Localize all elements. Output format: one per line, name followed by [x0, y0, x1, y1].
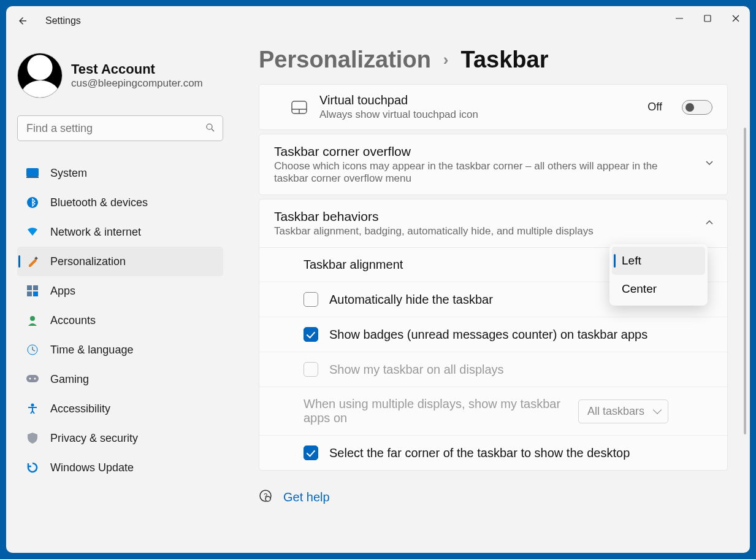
help-row: ? Get help [259, 474, 728, 505]
badges-row[interactable]: Show badges (unread messages counter) on… [259, 317, 727, 352]
time-icon [26, 344, 39, 355]
sidebar-item-update[interactable]: Windows Update [17, 453, 223, 482]
farcorner-label: Select the far corner of the taskbar to … [329, 446, 710, 460]
system-icon [26, 168, 39, 178]
avatar [17, 53, 63, 98]
minimize-icon [676, 15, 683, 22]
network-icon [26, 227, 39, 237]
chevron-down-icon [705, 159, 714, 170]
sidebar-item-gaming[interactable]: Gaming [17, 364, 223, 394]
multidisplay-label: When using multiple displays, show my ta… [304, 397, 567, 425]
bluetooth-icon [26, 197, 39, 208]
svg-rect-6 [26, 168, 39, 177]
alldisplays-label: Show my taskbar on all displays [329, 363, 710, 377]
update-icon [26, 462, 39, 473]
alignment-option-left[interactable]: Left [612, 247, 705, 275]
badges-label: Show badges (unread messages counter) on… [329, 328, 710, 342]
sidebar-item-label: Personalization [50, 255, 126, 268]
nav-list: System Bluetooth & devices Network & int… [17, 158, 223, 482]
settings-window: Settings Test Account cus@bleepingcomput… [6, 6, 750, 553]
autohide-checkbox[interactable] [304, 292, 318, 307]
svg-rect-13 [33, 291, 38, 296]
svg-text:?: ? [264, 492, 267, 499]
sidebar-item-system[interactable]: System [17, 158, 223, 188]
alignment-row: Taskbar alignment Left Center [259, 248, 727, 282]
row-desc: Choose which icons may appear in the tas… [274, 160, 693, 185]
sidebar-item-personalization[interactable]: Personalization [17, 247, 223, 276]
sidebar: Test Account cus@bleepingcomputer.com Sy… [6, 36, 233, 553]
breadcrumb: Personalization › Taskbar [259, 47, 728, 73]
titlebar: Settings [6, 6, 750, 36]
touchpad-toggle[interactable] [682, 100, 712, 115]
breadcrumb-parent[interactable]: Personalization [259, 47, 431, 73]
touchpad-icon [274, 101, 307, 114]
user-name: Test Account [71, 61, 203, 77]
sidebar-item-time[interactable]: Time & language [17, 335, 223, 364]
row-desc: Taskbar alignment, badging, automaticall… [274, 225, 693, 237]
multidisplay-row: When using multiple displays, show my ta… [259, 387, 727, 435]
help-icon: ? [259, 489, 272, 505]
gaming-icon [26, 375, 39, 384]
sidebar-item-apps[interactable]: Apps [17, 276, 223, 306]
sidebar-item-label: Time & language [50, 344, 133, 357]
svg-rect-10 [27, 285, 32, 290]
sidebar-item-label: Gaming [50, 373, 89, 386]
behaviors-header[interactable]: Taskbar behaviors Taskbar alignment, bad… [259, 199, 727, 247]
get-help-link[interactable]: Get help [283, 490, 330, 504]
svg-rect-12 [27, 291, 32, 296]
behaviors-subrows: Taskbar alignment Left Center Automatica… [259, 247, 727, 470]
svg-point-19 [29, 378, 31, 380]
sidebar-item-label: Accessibility [50, 403, 110, 415]
sidebar-item-network[interactable]: Network & internet [17, 217, 223, 247]
alldisplays-checkbox [304, 362, 318, 377]
app-title: Settings [45, 15, 81, 26]
row-desc: Always show virtual touchpad icon [319, 109, 635, 121]
virtual-touchpad-row: Virtual touchpad Always show virtual tou… [259, 84, 728, 130]
user-block[interactable]: Test Account cus@bleepingcomputer.com [17, 53, 223, 98]
sidebar-item-accessibility[interactable]: Accessibility [17, 394, 223, 423]
sidebar-item-bluetooth[interactable]: Bluetooth & devices [17, 188, 223, 217]
search-input[interactable] [17, 115, 223, 141]
search-box [17, 115, 223, 141]
sidebar-item-label: Accounts [50, 314, 96, 327]
svg-point-21 [31, 404, 34, 407]
svg-rect-1 [704, 15, 711, 21]
toggle-state-label: Off [647, 101, 662, 114]
sidebar-item-privacy[interactable]: Privacy & security [17, 423, 223, 453]
back-button[interactable] [17, 15, 42, 26]
personalization-icon [26, 256, 39, 267]
farcorner-checkbox[interactable] [304, 445, 318, 460]
chevron-up-icon [705, 218, 714, 229]
farcorner-row[interactable]: Select the far corner of the taskbar to … [259, 435, 727, 470]
user-email: cus@bleepingcomputer.com [71, 77, 203, 90]
alldisplays-row: Show my taskbar on all displays [259, 352, 727, 387]
alignment-dropdown: Left Center [609, 244, 708, 306]
scrollbar-thumb[interactable] [744, 128, 746, 434]
sidebar-item-label: Bluetooth & devices [50, 196, 148, 209]
alignment-option-center[interactable]: Center [612, 275, 705, 303]
svg-point-14 [30, 316, 35, 321]
overflow-expander[interactable]: Taskbar corner overflow Choose which ico… [259, 134, 728, 195]
close-button[interactable] [722, 6, 750, 31]
shield-icon [26, 433, 39, 444]
sidebar-item-label: Apps [50, 285, 75, 298]
chevron-right-icon: › [443, 50, 449, 69]
minimize-button[interactable] [665, 6, 693, 31]
badges-checkbox[interactable] [304, 327, 318, 342]
sidebar-item-accounts[interactable]: Accounts [17, 306, 223, 335]
sidebar-item-label: Network & internet [50, 226, 141, 239]
window-controls [665, 6, 750, 31]
content-area: Personalization › Taskbar Virtual touchp… [233, 36, 750, 553]
svg-line-5 [212, 129, 214, 131]
svg-point-4 [207, 124, 212, 129]
accessibility-icon [26, 403, 39, 414]
breadcrumb-current: Taskbar [461, 47, 549, 73]
behaviors-expander: Taskbar behaviors Taskbar alignment, bad… [259, 199, 728, 471]
search-icon [205, 122, 216, 136]
maximize-icon [704, 15, 711, 22]
svg-rect-7 [26, 177, 39, 178]
maximize-button[interactable] [693, 6, 722, 31]
svg-point-20 [34, 378, 36, 380]
accounts-icon [26, 315, 39, 326]
sidebar-item-label: Privacy & security [50, 432, 138, 445]
